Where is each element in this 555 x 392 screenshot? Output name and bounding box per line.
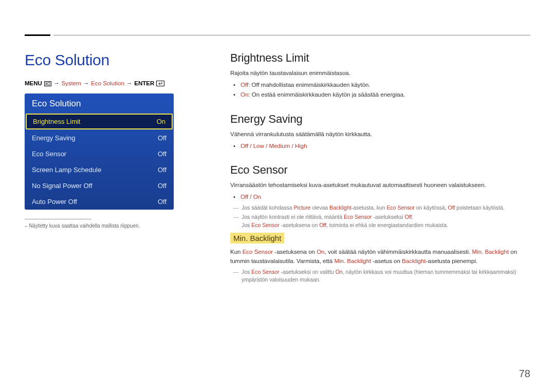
section-intro: Virransäästön tehostamiseksi kuva-asetuk… — [230, 181, 530, 190]
bullet-options: Off / Low / Medium / High — [240, 141, 530, 152]
menu-item-value: Off — [158, 182, 166, 190]
osd-menu-header: Eco Solution — [25, 94, 174, 113]
bullet-list: Off / On — [230, 192, 530, 202]
menu-item-value: Off — [158, 166, 166, 174]
t: Jos näytön kontrasti ei ole riittävä, mä… — [242, 214, 344, 220]
t: Jos — [242, 269, 251, 275]
osd-menu-item-auto-power-off[interactable]: Auto Power Off Off — [25, 194, 174, 210]
page-content: Eco Solution MENU → System → Eco Solutio… — [25, 51, 530, 367]
t: poistetaan käytöstä. — [455, 204, 504, 211]
t: -asetusta, kun — [351, 204, 387, 211]
section-eco-sensor: Eco Sensor Virransäästön tehostamiseksi … — [230, 163, 530, 284]
arrow-icon: → — [83, 80, 89, 86]
note-min-backlight: Jos Eco Sensor -asetukseksi on valittu O… — [230, 268, 530, 285]
section-energy-saving: Energy Saving Vähennä virrankulutusta sä… — [230, 113, 530, 151]
bullet-options: Off / On — [240, 192, 530, 202]
menu-item-label: Auto Power Off — [32, 198, 77, 206]
t: Jos säädät kohdassa — [242, 204, 294, 211]
t: Kun — [230, 249, 243, 255]
keyword-on: On — [240, 91, 248, 98]
osd-menu-item-energy-saving[interactable]: Energy Saving Off — [25, 130, 174, 146]
t: olevaa — [310, 204, 329, 211]
svg-rect-1 — [45, 83, 47, 83]
menu-item-label: Energy Saving — [32, 134, 76, 142]
subsection-min-backlight: Min. Backlight — [230, 233, 284, 244]
bullet-on: On: On estää enimmäiskirkkauden käytön j… — [240, 90, 530, 100]
footnote-rule — [25, 219, 91, 219]
menu-item-label: Screen Lamp Schedule — [32, 166, 101, 174]
kw-min-backlight: Min. Backlight — [334, 258, 371, 264]
kw-eco-sensor: Eco Sensor — [243, 249, 273, 255]
enter-label: ENTER — [134, 80, 154, 86]
options-text: Off / On — [240, 194, 261, 200]
osd-menu-card: Eco Solution Brightness Limit On Energy … — [25, 94, 174, 210]
breadcrumb-system: System — [61, 80, 81, 86]
section-brightness-limit: Brightness Limit Rajoita näytön taustava… — [230, 51, 530, 100]
section-heading: Energy Saving — [230, 113, 530, 126]
note-2: Jos näytön kontrasti ei ole riittävä, mä… — [230, 213, 530, 230]
section-heading: Brightness Limit — [230, 51, 530, 65]
menu-icon — [44, 80, 51, 86]
bullet-list: Off / Low / Medium / High — [230, 141, 530, 152]
kw-off: Off — [405, 214, 412, 220]
left-footnote: – Näytetty kuva saattaa vaihdella mallis… — [25, 222, 220, 230]
arrow-icon: → — [53, 80, 60, 86]
kw-off: Off — [319, 222, 326, 228]
osd-menu-item-brightness-limit[interactable]: Brightness Limit On — [26, 114, 173, 129]
t: -asetuksena on — [280, 222, 320, 228]
osd-menu-item-no-signal-power-off[interactable]: No Signal Power Off Off — [25, 178, 174, 194]
svg-rect-4 — [48, 83, 50, 85]
options-text: Off / Low / Medium / High — [240, 143, 307, 149]
top-horizontal-rule — [53, 35, 530, 35]
osd-menu-item-eco-sensor[interactable]: Eco Sensor Off — [25, 146, 174, 162]
page-title: Eco Solution — [25, 51, 220, 69]
t: -asetus on — [371, 258, 402, 264]
kw-eco-sensor: Eco Sensor — [251, 222, 279, 228]
keyword-off: Off — [240, 82, 248, 88]
menu-item-value: Off — [158, 150, 166, 158]
menu-item-value: Off — [158, 198, 166, 206]
t: -asetukseksi — [372, 214, 404, 220]
bullet-off: Off: Off mahdollistaa enimmäiskirkkauden… — [240, 80, 530, 90]
page-number: 78 — [519, 368, 530, 380]
t: -asetukseksi on valittu — [280, 269, 336, 275]
kw-eco-sensor: Eco Sensor — [387, 204, 415, 211]
kw-backlight: Backlight — [402, 258, 426, 264]
kw-backlight: Backlight — [329, 204, 351, 211]
kw-min-backlight: Min. Backlight — [472, 249, 509, 255]
t: on käytössä, — [415, 204, 448, 211]
menu-item-label: Eco Sensor — [32, 150, 66, 158]
section-intro: Vähennä virrankulutusta säätämällä näytö… — [230, 130, 530, 139]
left-column: Eco Solution MENU → System → Eco Solutio… — [25, 51, 220, 367]
arrow-icon: → — [126, 80, 133, 86]
svg-rect-3 — [45, 85, 47, 85]
menu-item-label: Brightness Limit — [33, 118, 80, 125]
kw-on: On — [336, 269, 343, 275]
footnote-text: Näytetty kuva saattaa vaihdella mallista… — [29, 223, 140, 229]
menu-item-value: Off — [158, 134, 166, 142]
bullet-list: Off: Off mahdollistaa enimmäiskirkkauden… — [230, 80, 530, 100]
menu-breadcrumb: MENU → System → Eco Solution → ENTER — [25, 80, 220, 86]
section-marker-bar — [25, 34, 50, 36]
bullet-text: : On estää enimmäiskirkkauden käytön ja … — [248, 91, 405, 98]
t: -asetuksena on — [273, 249, 317, 255]
menu-label: MENU — [25, 80, 42, 86]
kw-on: On — [317, 249, 324, 255]
kw-eco-sensor: Eco Sensor — [344, 214, 372, 220]
kw-picture: Picture — [294, 204, 311, 211]
osd-menu-item-screen-lamp-schedule[interactable]: Screen Lamp Schedule Off — [25, 162, 174, 178]
breadcrumb-eco: Eco Solution — [91, 80, 124, 86]
section-intro: Rajoita näytön taustavalaisun enimmäista… — [230, 69, 530, 78]
bullet-text: : Off mahdollistaa enimmäiskirkkauden kä… — [248, 82, 371, 88]
kw-off: Off — [448, 204, 455, 211]
kw-eco-sensor: Eco Sensor — [251, 269, 279, 275]
t: Jos — [242, 222, 251, 228]
menu-item-value: On — [157, 118, 165, 125]
svg-rect-2 — [45, 84, 47, 84]
t: , voit säätää näytön vähimmäiskirkkautta… — [325, 249, 472, 255]
t: -asetusta pienempi. — [426, 258, 477, 264]
section-heading: Eco Sensor — [230, 163, 530, 177]
menu-item-label: No Signal Power Off — [32, 182, 92, 190]
enter-icon — [156, 80, 164, 86]
min-backlight-paragraph: Kun Eco Sensor -asetuksena on On, voit s… — [230, 248, 530, 266]
